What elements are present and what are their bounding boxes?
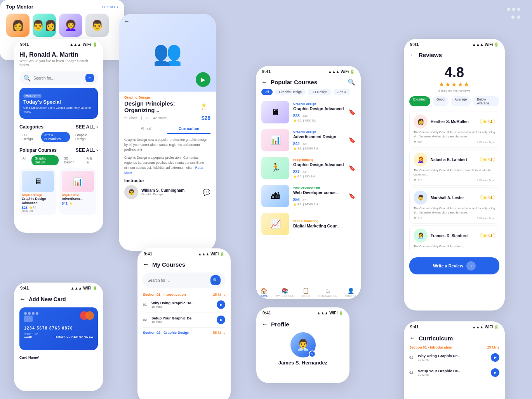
home-filter-button[interactable]: ≡ xyxy=(85,74,94,82)
profile-edit-badge[interactable]: ✎ xyxy=(309,350,316,357)
filter-arts[interactable]: Arts & xyxy=(334,89,350,95)
bookmark-icon-1[interactable]: 🔖 xyxy=(349,109,355,115)
popular-back-button[interactable]: ← xyxy=(261,79,268,86)
profile-avatar: 👨‍💼 ✎ xyxy=(290,332,316,357)
popular-courses-section: Polupar Courses SEE ALL › xyxy=(14,144,103,154)
home-status-bar: 9:41 ▲▲▲ WiFi 🔋 xyxy=(14,39,103,48)
lesson-mins-2: 10 Mins xyxy=(151,320,214,324)
rtab-average[interactable]: Average xyxy=(451,96,471,106)
detail-hero-illustration: 👥 xyxy=(153,39,182,67)
popular-search-icon[interactable]: 🔍 xyxy=(348,78,355,86)
tab-curriculum[interactable]: Curriculum xyxy=(167,124,210,134)
lesson-2[interactable]: 02 Setup Your Graphic De.. 10 Mins ▶ xyxy=(137,313,231,326)
categories-see-all[interactable]: SEE ALL › xyxy=(76,124,98,130)
tab-3d[interactable]: 3D Design xyxy=(61,155,81,165)
popular-course-2[interactable]: 📊 Graphic Design Advertisement Design $4… xyxy=(256,126,361,154)
reviews-status-bar: 9:41 ▲▲▲ WiFi 🔋 xyxy=(404,39,505,48)
phone-detail: ← 👥 ▶ Graphic Design Design Principles: … xyxy=(119,14,216,251)
mentor-see-all[interactable]: SEE ALL › xyxy=(102,5,118,9)
pc-price-4: $56 xyxy=(293,198,300,202)
mentor-avatar-3[interactable]: 👩‍🦱 xyxy=(59,14,82,37)
popular-course-1[interactable]: 🖥 Graphic Design Graphic Design Advanced… xyxy=(256,98,361,126)
home-course-card-1[interactable]: 🖥 Graphic Design Graphic Design Advanced… xyxy=(19,168,56,215)
home-banner-desc: Get a Discount for Every Course Order on… xyxy=(23,106,94,114)
pc-meta-2: ⭐ 3.9 | 12680 Std xyxy=(293,147,345,150)
reviews-back-button[interactable]: ← xyxy=(409,51,416,58)
popular-course-4[interactable]: 🏙 Web Development Web Developer conce.. … xyxy=(256,182,361,210)
bookmark-icon-3[interactable]: 🔖 xyxy=(349,165,355,171)
rtab-excellent[interactable]: Excellect xyxy=(409,96,430,106)
lesson-play-2[interactable]: ▶ xyxy=(217,316,225,324)
mentor-avatar-1[interactable]: 👩 xyxy=(6,14,30,37)
popular-see-all[interactable]: SEE ALL › xyxy=(76,147,98,153)
nav-profile[interactable]: 👤 PROFILE xyxy=(345,288,357,297)
mycourses-search-button[interactable]: 🔍 xyxy=(210,275,221,285)
review-likes-3: ❤914 xyxy=(414,217,422,220)
pc-img-3: 🏃 xyxy=(261,157,289,179)
review-footer-1: ❤760 2 Weeks Agos xyxy=(414,141,495,144)
mycourses-search[interactable]: 🔍 xyxy=(143,272,225,288)
curr-lesson-play-1[interactable]: ▶ xyxy=(491,353,499,362)
nav-index[interactable]: 📋 INDEX xyxy=(302,288,310,297)
card-header: ← Add New Card xyxy=(14,292,103,305)
profile-back-button[interactable]: ← xyxy=(262,321,268,328)
curr-section1-label: Section 01 - Introducation xyxy=(409,345,452,349)
nav-transaction[interactable]: 🗂 TRANSACTION xyxy=(318,288,337,297)
lesson-play-1[interactable]: ▶ xyxy=(217,300,225,309)
tab-about[interactable]: About xyxy=(124,124,167,134)
rtab-good[interactable]: Good xyxy=(433,96,449,106)
mentor-avatar-2[interactable]: 👨‍👩 xyxy=(33,14,56,37)
reviewer-avatar-3: 👨 xyxy=(414,191,428,205)
filter-graphic[interactable]: Graphic Design xyxy=(275,89,306,95)
detail-back-button[interactable]: ← xyxy=(123,18,130,25)
filter-3d[interactable]: 3D Design xyxy=(308,89,331,95)
tab-graphic[interactable]: Graphic Design xyxy=(31,155,58,165)
lesson-1[interactable]: 01 Why Using Graphic De.. 15 Mins ▶ xyxy=(137,298,231,311)
mentor-header: Top Mentor SEE ALL › xyxy=(0,0,124,12)
cat-arts[interactable]: Arts & Humanities xyxy=(41,132,70,142)
lesson-info-2: Setup Your Graphic De.. 10 Mins xyxy=(151,316,214,324)
bookmark-icon-2[interactable]: 🔖 xyxy=(349,137,355,143)
mentor-avatar-4[interactable]: 👨 xyxy=(85,14,109,37)
cat-graphic[interactable]: Graphic Design xyxy=(72,132,98,142)
review-text-1: The Course is Very Good dolor sit amet, … xyxy=(414,130,495,139)
popular-course-3[interactable]: 🏃 Programming Graphic Design Advanced $3… xyxy=(256,154,361,182)
filter-all[interactable]: All xyxy=(261,89,273,95)
home-search-bar[interactable]: 🔍 ≡ xyxy=(19,71,98,85)
section2-label: Section 02 - Graphic Design xyxy=(143,331,190,335)
card-back-button[interactable]: ← xyxy=(19,296,26,303)
course-cat-1: Graphic Design xyxy=(22,194,54,196)
home-search-input[interactable] xyxy=(33,76,83,80)
rtab-below[interactable]: Below Average xyxy=(473,96,499,106)
detail-play-button[interactable]: ▶ xyxy=(196,72,210,87)
curr-lesson-play-2[interactable]: ▶ xyxy=(491,368,499,377)
tab-arts[interactable]: Arts & xyxy=(83,155,98,165)
curr-lesson-2[interactable]: 02 Setup Your Graphic De.. 10 Mins ▶ xyxy=(404,366,505,379)
review-text-2: The Course is Very Good dolor veterm, qu… xyxy=(414,168,495,177)
card-dots xyxy=(24,312,38,315)
mycourses-back-button[interactable]: ← xyxy=(143,261,149,268)
bookmark-icon-4[interactable]: 🔖 xyxy=(349,193,355,199)
card-number: 1234 5678 8765 0876 xyxy=(24,326,93,330)
message-icon[interactable]: 💬 xyxy=(203,189,210,196)
pc-img-1: 🖥 xyxy=(261,101,289,123)
popular-course-5[interactable]: 📈 SEO & Marketing Digital Marketing Cour… xyxy=(256,210,361,238)
curr-lesson-1[interactable]: 01 Why Using Graphic De.. 15 Mins ▶ xyxy=(404,351,505,364)
nav-home[interactable]: 🏠 HOME xyxy=(260,288,268,297)
curriculum-back-button[interactable]: ← xyxy=(409,335,416,342)
nav-mycourses[interactable]: 📚 MY COURSES xyxy=(276,288,294,297)
tab-all[interactable]: All xyxy=(19,155,29,165)
mycourses-search-input[interactable] xyxy=(148,278,208,283)
curriculum-header: ← Curriculcum xyxy=(404,331,505,344)
pc-title-1: Graphic Design Advanced xyxy=(293,106,345,111)
cat-3d[interactable]: 3D Design xyxy=(19,132,39,142)
home-course-card-2[interactable]: 📊 Graphic Desi.. Advertisem.. $42 ⭐ xyxy=(59,168,96,215)
detail-desc-1: Graphic Design now a popular profession … xyxy=(124,137,210,152)
phone-card: 9:41 ▲▲▲ WiFi 🔋 ← Add New Card 1234 5678… xyxy=(14,283,103,391)
popular-tabs: All Graphic Design 3D Design Arts & xyxy=(14,154,103,166)
reviewer-name-1: Heather S. McMullen xyxy=(431,120,477,124)
write-review-button[interactable]: Write a Review → xyxy=(409,257,499,274)
pc-info-4: Web Development Web Developer conce.. $5… xyxy=(293,186,345,206)
instructor-name: William S. Cunningham xyxy=(141,188,184,193)
pc-price-row-2: $42 $61 xyxy=(293,140,345,147)
